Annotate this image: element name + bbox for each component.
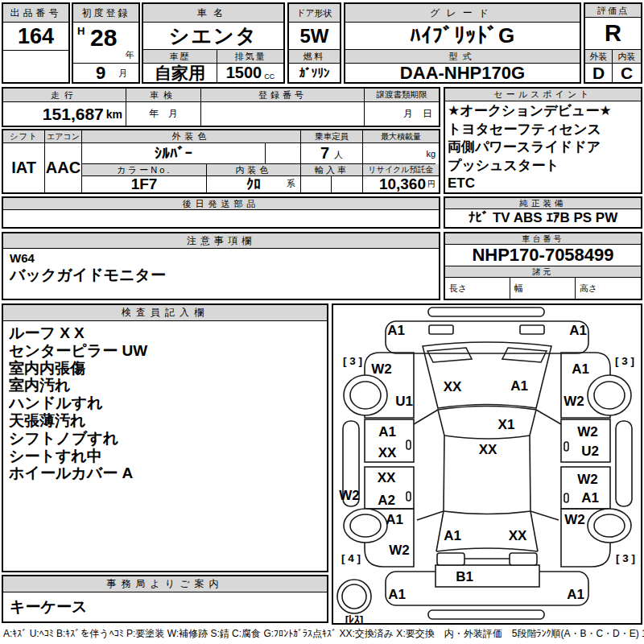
inspector-block: 検査員記入欄 ルーフ X X センターピラー UW 室内内張傷 室内汚れ ハンド… [2, 303, 328, 572]
damage-label-rear-door-left-1: XX [378, 470, 396, 486]
door-shape-value: 5W [289, 23, 340, 50]
history-value: 自家用 [143, 64, 217, 82]
office-block: 事務局よりご案内 キーケース [2, 575, 328, 623]
score-header: 評価点 [585, 4, 641, 18]
lot-number-block: 出品番号 164 [2, 2, 70, 84]
max-load-value: kg [363, 143, 436, 164]
inspector-line: 室内内張傷 [9, 360, 327, 378]
displacement-value: 1500 CC [217, 64, 283, 82]
recycle-deposit-unit: 円 [427, 179, 436, 192]
damage-label-tire-front-right: [ 3 ] [615, 355, 634, 367]
displacement-cell: 排気量 1500 CC [217, 50, 283, 82]
shift-cell: シフト IAT [3, 130, 45, 192]
model-code-value: DAA-NHP170G [345, 64, 580, 82]
history-cell: 車歴 自家用 [143, 50, 217, 82]
displacement-number: 1500 [226, 64, 262, 82]
sales-point-item: ★オークションデビュー★ [448, 102, 641, 121]
inspector-line: 室内汚れ [9, 377, 327, 394]
damage-label-front-fender-right-2: W2 [564, 394, 584, 410]
capacity-number: 7 [320, 144, 329, 163]
damage-label-front-bumper-right: A1 [569, 323, 587, 339]
exterior-color-value: ｼﾙﾊﾞｰ [82, 143, 266, 164]
sales-point-item: ETC [448, 175, 641, 192]
spec-length-label: 長さ [449, 283, 467, 295]
registration-number-cell: 登録番号 [201, 89, 365, 126]
shift-header: シフト [3, 130, 44, 143]
interior-color-unit: 系 [287, 178, 295, 190]
later-parts-value [3, 210, 439, 227]
specs-header: 諸元 [445, 266, 641, 278]
later-parts-block: 後日発送部品 [2, 196, 440, 229]
damage-label-rear-fender-left-1: A1 [386, 512, 403, 528]
damage-label-hood-2: A1 [510, 378, 528, 394]
damage-label-tire-rear-right: [ 3 ] [616, 552, 635, 564]
max-load-header: 最大積載量 [363, 130, 439, 143]
damage-label-front-bumper-left: A1 [387, 323, 405, 339]
recycle-deposit-value: 10,360 円 [363, 176, 436, 192]
car-diagram-block: A1A1[ 3 ]W2U1XXA1A1W2[ 3 ]X1A1XXW2U2XXW2… [332, 303, 642, 625]
displacement-header: 排気量 [217, 50, 283, 64]
office-header: 事務局よりご案内 [3, 576, 327, 592]
first-registration-header: 初度登録 [73, 4, 138, 23]
mileage-cell: 走行 151,687 km [3, 89, 126, 126]
history-header: 車歴 [143, 50, 217, 64]
transfer-deadline-header: 譲渡書類期限 [365, 89, 439, 102]
damage-label-front-fender-left-1: W2 [371, 361, 392, 378]
inspector-line: ルーフ X X [9, 324, 327, 342]
registration-number-value [201, 102, 364, 126]
notes-header: 注意事項欄 [3, 233, 439, 249]
damage-label-front-door-left-1: A1 [378, 424, 396, 440]
era-letter: H [77, 25, 85, 37]
damage-label-front-door-right-2: U2 [581, 444, 599, 460]
inspector-line: シフトノブすれ [9, 430, 327, 448]
damage-label-front-fender-left-2: U1 [395, 394, 413, 410]
notes-line: W64 [10, 250, 439, 266]
damage-label-roof: XX [479, 442, 497, 458]
damage-label-front-door-right-1: W2 [577, 424, 598, 440]
damage-label-tailgate-1: A1 [444, 528, 461, 544]
chassis-header: 車台番号 [445, 233, 641, 245]
damage-label-front-door-left-2: XX [378, 445, 397, 461]
displacement-unit: CC [264, 72, 275, 82]
lot-number-header: 出品番号 [3, 4, 68, 23]
first-registration-year: 28 [90, 24, 117, 52]
interior-score-value: C [613, 64, 641, 82]
spec-width-cell: 幅 [510, 278, 576, 299]
aircon-value: AAC [45, 143, 81, 192]
mileage-row-block: 走行 151,687 km 車検 年 月 登録番号 譲渡書類期限 月 日 [2, 87, 440, 127]
inspector-line: ホイールカバー A [9, 464, 327, 482]
registration-number-header: 登録番号 [201, 89, 364, 102]
inspection-header: 車検 [126, 89, 200, 102]
first-registration-block: 初度登録 H 28 年 9 月 [72, 2, 140, 84]
sales-points-block: セールスポイント ★オークションデビュー★ トヨタセーフティセンス 両側パワース… [444, 87, 642, 194]
spec-height-label: 高さ [580, 283, 597, 295]
capacity-value: 7 人 [301, 143, 363, 164]
equipment-value: ﾅﾋﾞ TV ABS ｴｱB PS PW [445, 209, 641, 227]
exterior-color-empty-cell [266, 143, 301, 164]
transfer-deadline-cell: 譲渡書類期限 月 日 [365, 89, 439, 126]
damage-label-rocker-left: W2 [339, 488, 360, 504]
lot-number-value: 164 [3, 23, 68, 51]
exterior-score-header: 外装 [585, 50, 612, 64]
aircon-header: エアコン [45, 130, 81, 143]
interior-score-header: 内装 [613, 50, 641, 64]
sales-point-item: プッシュスタート [448, 157, 641, 175]
chassis-block: 車台番号 NHP170-7058499 諸元 長さ 幅 高さ [444, 232, 642, 300]
recycle-deposit-number: 10,360 [379, 176, 426, 192]
first-registration-year-cell: H 28 年 [73, 23, 138, 64]
inspector-line: ハンドルすれ [9, 394, 327, 412]
damage-label-rear-fender-left-2: W2 [389, 543, 410, 559]
spec-width-label: 幅 [514, 283, 523, 295]
grade-value: ﾊｲﾌﾞﾘｯﾄﾞG [345, 23, 580, 50]
damage-code-legend: A:ｷｽﾞ U:ﾍｺﾐ B:ｷｽﾞを伴うﾍｺﾐ P:要塗装 W:補修跡 S:錆 … [3, 627, 642, 641]
damage-label-front-fender-right-1: A1 [572, 361, 589, 378]
first-registration-month: 9 [96, 64, 105, 82]
sales-point-item: 両側パワースライドドア [448, 138, 641, 157]
mileage-value: 151,687 km [3, 102, 122, 126]
score-block: 評価点 R 外装 D 内装 C [584, 2, 642, 84]
color-no-value: 1F7 [82, 176, 207, 192]
color-and-capacity-area: 外装色 乗車定員 最大積載量 ｼﾙﾊﾞｰ 7 人 kg カラーNo. 内装色 輸… [82, 130, 439, 192]
equipment-block: 純正装備 ﾅﾋﾞ TV ABS ｴｱB PS PW [444, 196, 642, 229]
mileage-header: 走行 [3, 89, 126, 102]
door-shape-header: ドア形状 [289, 4, 340, 23]
